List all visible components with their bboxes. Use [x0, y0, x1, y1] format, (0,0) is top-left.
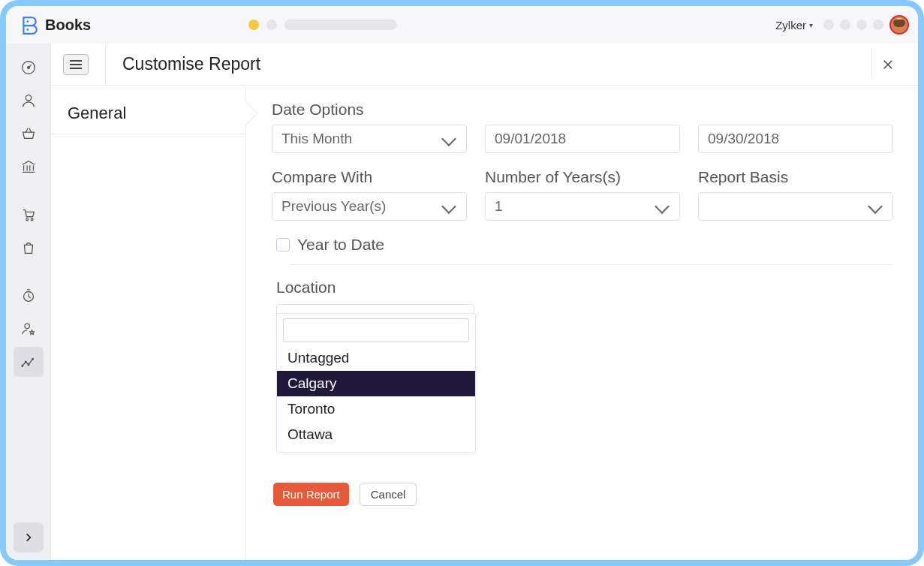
location-option-toronto[interactable]: Toronto — [277, 396, 475, 422]
chevron-down-icon — [441, 131, 456, 146]
compare-with-value: Previous Year(s) — [281, 198, 386, 215]
chevron-down-icon — [655, 199, 670, 214]
top-action-dot-1[interactable] — [823, 20, 834, 30]
close-icon — [881, 58, 895, 71]
date-options-row: This Month 09/01/2018 09/30/2018 — [272, 125, 892, 153]
nav-reports[interactable] — [14, 347, 44, 377]
chart-line-icon — [20, 354, 37, 370]
svg-point-3 — [27, 67, 29, 69]
app-window: Books Zylker ▾ — [6, 6, 918, 560]
sidepanel-item-general[interactable]: General — [51, 93, 245, 134]
location-field: Location Untagged Calgary Toronto Ottawa — [276, 278, 892, 333]
stopwatch-icon — [20, 288, 37, 304]
label-report-basis: Report Basis — [698, 168, 893, 186]
date-to-value: 09/30/2018 — [708, 131, 779, 147]
app-logo[interactable]: Books — [20, 15, 91, 35]
nav-purchases[interactable] — [14, 233, 44, 263]
nav-expand[interactable] — [14, 522, 44, 552]
top-action-dot-3[interactable] — [856, 20, 867, 30]
nav-time[interactable] — [14, 281, 44, 311]
basket-icon — [20, 125, 37, 142]
date-preset-select[interactable]: This Month — [272, 125, 467, 153]
status-dot-yellow — [248, 20, 259, 30]
report-form: Date Options This Month 09/01/2018 09/30… — [246, 86, 918, 560]
main-panel: Customise Report General Date Options — [51, 44, 918, 560]
label-location: Location — [276, 278, 892, 297]
nav-accountant[interactable] — [14, 314, 44, 344]
person-star-icon — [20, 321, 37, 337]
menu-icon — [70, 64, 82, 65]
location-dropdown: Untagged Calgary Toronto Ottawa — [276, 313, 476, 453]
top-action-dot-2[interactable] — [840, 20, 850, 30]
nav-sales[interactable] — [14, 200, 44, 230]
label-number-of-years: Number of Years(s) — [485, 168, 680, 186]
nav-banking[interactable] — [14, 152, 44, 182]
app-body: Customise Report General Date Options — [6, 44, 918, 560]
chevron-down-icon: ▾ — [809, 21, 813, 29]
date-from-input[interactable]: 09/01/2018 — [485, 125, 680, 153]
books-logo-icon — [20, 15, 39, 35]
compare-row: Compare With Previous Year(s) Number of … — [272, 168, 892, 221]
location-option-ottawa[interactable]: Ottawa — [277, 422, 475, 447]
label-compare-with: Compare With — [272, 168, 467, 186]
divider — [290, 264, 892, 265]
app-name: Books — [45, 17, 91, 34]
compare-with-select[interactable]: Previous Year(s) — [272, 192, 467, 221]
header-divider — [105, 44, 106, 85]
page-title: Customise Report — [122, 54, 260, 74]
svg-point-8 — [24, 324, 29, 328]
gauge-icon — [20, 59, 37, 76]
close-button[interactable] — [871, 49, 903, 80]
nav-rail — [6, 44, 51, 560]
top-action-dot-4[interactable] — [873, 20, 883, 30]
svg-point-4 — [26, 95, 31, 101]
nav-items[interactable] — [14, 119, 44, 149]
svg-point-0 — [26, 20, 29, 23]
bag-icon — [20, 239, 37, 256]
year-to-date-row: Year to Date — [276, 236, 892, 254]
report-basis-select[interactable] — [698, 192, 893, 221]
number-of-years-select[interactable]: 1 — [485, 192, 680, 221]
window-frame: Books Zylker ▾ — [0, 0, 924, 566]
top-bar-placeholder — [284, 20, 397, 30]
settings-sidepanel: General — [51, 86, 246, 560]
year-to-date-label: Year to Date — [297, 236, 384, 254]
top-placeholder-pills — [248, 20, 397, 30]
header-menu-button[interactable] — [63, 54, 89, 75]
run-report-button[interactable]: Run Report — [273, 483, 349, 506]
svg-point-1 — [26, 29, 29, 31]
user-avatar[interactable] — [889, 15, 909, 35]
date-preset-value: This Month — [281, 131, 352, 147]
date-from-value: 09/01/2018 — [495, 131, 566, 147]
person-icon — [20, 92, 37, 109]
svg-point-6 — [31, 218, 33, 221]
sidepanel-item-label: General — [68, 104, 126, 122]
page-header: Customise Report — [51, 44, 918, 86]
top-dot — [266, 20, 277, 30]
organization-name: Zylker — [775, 19, 806, 32]
bank-icon — [20, 158, 37, 175]
location-dropdown-search[interactable] — [283, 318, 469, 342]
chevron-down-icon — [868, 199, 883, 214]
svg-point-12 — [32, 358, 33, 360]
top-right-controls: Zylker ▾ — [775, 6, 909, 44]
svg-point-5 — [26, 218, 28, 221]
year-to-date-checkbox[interactable] — [276, 238, 290, 251]
top-bar: Books Zylker ▾ — [6, 6, 918, 44]
number-of-years-value: 1 — [495, 198, 503, 215]
label-date-options: Date Options — [272, 101, 892, 119]
content-area: General Date Options This Month 09/01/20… — [51, 86, 918, 560]
location-option-untagged[interactable]: Untagged — [277, 345, 475, 371]
nav-contacts[interactable] — [14, 86, 44, 116]
cancel-button[interactable]: Cancel — [360, 483, 417, 506]
organization-selector[interactable]: Zylker ▾ — [775, 19, 813, 32]
form-buttons: Run Report Cancel — [273, 483, 892, 506]
chevron-down-icon — [441, 199, 456, 214]
nav-dashboard[interactable] — [14, 53, 44, 83]
date-to-input[interactable]: 09/30/2018 — [698, 125, 893, 153]
cart-icon — [20, 206, 37, 223]
location-option-calgary[interactable]: Calgary — [277, 371, 475, 396]
chevron-right-icon — [23, 532, 34, 543]
